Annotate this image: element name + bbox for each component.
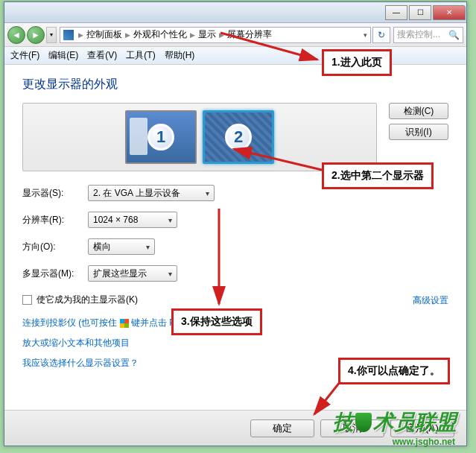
refresh-button[interactable]: ↻ <box>372 27 390 43</box>
maximize-button[interactable]: ☐ <box>409 5 431 20</box>
monitor-arrangement-area: 1 2 检测(C) 识别(I) <box>22 103 448 171</box>
breadcrumb-item[interactable]: 显示 <box>197 28 218 41</box>
breadcrumb-item[interactable]: 外观和个性化 <box>132 28 188 41</box>
advanced-settings-link[interactable]: 高级设置 <box>413 294 448 307</box>
callout-1: 1.进入此页 <box>322 49 392 76</box>
multi-display-dropdown[interactable]: 扩展这些显示 <box>88 265 177 282</box>
detect-button[interactable]: 检测(C) <box>389 103 448 119</box>
projector-link-text-a: 连接到投影仪 (也可按住 <box>22 317 120 328</box>
resolution-dropdown[interactable]: 1024 × 768 <box>88 212 177 228</box>
search-input[interactable]: 搜索控制... 🔍 <box>393 27 463 43</box>
window-controls: — ☐ ✕ <box>384 4 466 22</box>
minimize-button[interactable]: — <box>385 5 407 20</box>
chevron-right-icon: ▶ <box>218 31 226 39</box>
callout-3: 3.保持这些选项 <box>171 308 262 335</box>
chevron-right-icon: ▶ <box>124 31 132 39</box>
monitor-side-buttons: 检测(C) 识别(I) <box>389 103 448 140</box>
orientation-label: 方向(O): <box>22 241 88 253</box>
watermark-a: 技 <box>333 411 354 434</box>
menu-help[interactable]: 帮助(H) <box>165 49 195 62</box>
text-size-link[interactable]: 放大或缩小文本和其他项目 <box>22 337 448 349</box>
display-settings-grid: 显示器(S): 2. 在 VGA 上显示设备 分辨率(R): 1024 × 76… <box>22 185 448 282</box>
address-dropdown-icon[interactable]: ▾ <box>364 31 367 39</box>
primary-monitor-checkbox-row: 使它成为我的主显示器(K) <box>22 294 448 306</box>
menu-edit[interactable]: 编辑(E) <box>48 49 78 62</box>
watermark-url: www.jsgho.net <box>393 437 455 447</box>
nav-back-button[interactable]: ◄ <box>7 26 25 44</box>
close-button[interactable]: ✕ <box>433 5 466 20</box>
monitor-number-badge: 2 <box>225 124 252 151</box>
menu-file[interactable]: 文件(F) <box>10 49 39 62</box>
control-panel-icon <box>63 30 74 40</box>
search-placeholder: 搜索控制... <box>397 28 440 41</box>
primary-monitor-checkbox-label: 使它成为我的主显示器(K) <box>37 294 138 306</box>
orientation-dropdown[interactable]: 横向 <box>88 238 155 255</box>
multi-display-label: 多显示器(M): <box>22 267 88 280</box>
nav-forward-button[interactable]: ► <box>27 26 45 44</box>
monitor-preview-panel[interactable]: 1 2 <box>22 103 377 171</box>
identify-button[interactable]: 识别(I) <box>389 124 448 140</box>
shield-icon <box>355 413 372 432</box>
navigation-bar: ◄ ► ▾ ▶ 控制面板 ▶ 外观和个性化 ▶ 显示 ▶ 屏幕分辨率 ▾ ↻ 搜… <box>4 23 466 47</box>
ok-button[interactable]: 确定 <box>250 419 314 437</box>
monitor-1[interactable]: 1 <box>125 110 197 164</box>
page-title: 更改显示器的外观 <box>22 77 448 92</box>
callout-4: 4.你可以点确定了。 <box>338 358 450 384</box>
breadcrumb-item[interactable]: 控制面板 <box>85 28 124 41</box>
monitor-number-badge: 1 <box>147 124 174 151</box>
breadcrumb-item[interactable]: 屏幕分辨率 <box>226 28 273 41</box>
resolution-label: 分辨率(R): <box>22 214 88 226</box>
chevron-right-icon: ▶ <box>77 31 85 39</box>
menu-view[interactable]: 查看(V) <box>87 49 117 62</box>
nav-history-dropdown[interactable]: ▾ <box>46 27 57 43</box>
watermark-b: 术员联盟 <box>373 411 457 434</box>
monitor-2[interactable]: 2 <box>203 110 274 164</box>
menu-bar: 文件(F) 编辑(E) 查看(V) 工具(T) 帮助(H) <box>4 47 466 65</box>
window-titlebar: — ☐ ✕ <box>4 2 466 23</box>
primary-monitor-checkbox[interactable] <box>22 295 32 305</box>
display-dropdown[interactable]: 2. 在 VGA 上显示设备 <box>88 185 215 201</box>
search-icon[interactable]: 🔍 <box>448 30 460 40</box>
menu-tools[interactable]: 工具(T) <box>126 49 155 62</box>
windows-logo-icon <box>120 319 129 328</box>
chevron-right-icon: ▶ <box>188 31 197 39</box>
display-label: 显示器(S): <box>22 187 88 200</box>
callout-2: 2.选中第二个显示器 <box>322 162 434 189</box>
address-bar[interactable]: ▶ 控制面板 ▶ 外观和个性化 ▶ 显示 ▶ 屏幕分辨率 ▾ <box>60 27 371 43</box>
watermark-text: 技术员联盟 <box>333 408 457 437</box>
